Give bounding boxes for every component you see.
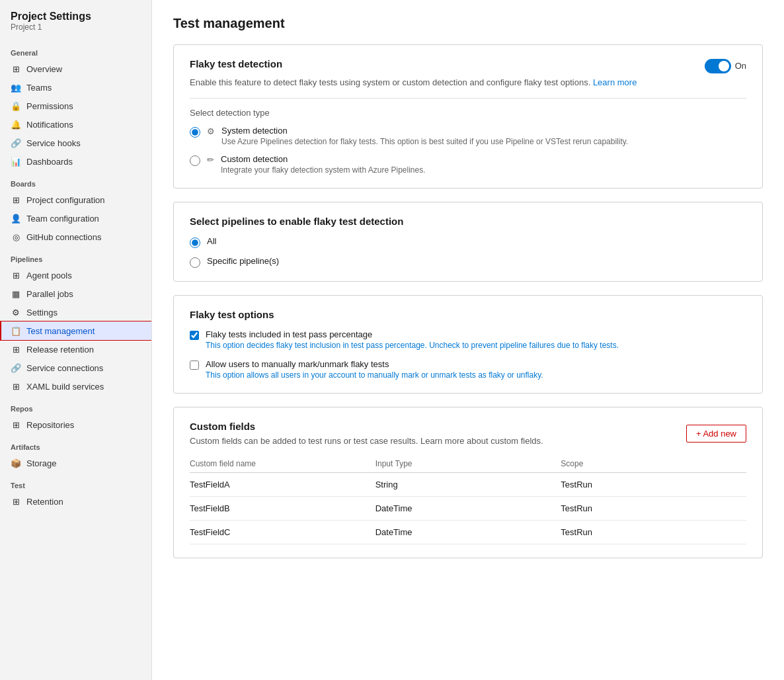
sidebar-item-storage[interactable]: 📦Storage (0, 454, 151, 472)
sidebar-item-release-retention[interactable]: ⊞Release retention (0, 340, 151, 359)
flaky-detection-desc: Enable this feature to detect flaky test… (190, 77, 746, 87)
field-type-0: String (375, 480, 561, 489)
add-new-button[interactable]: + Add new (686, 425, 746, 443)
sidebar-item-service-hooks[interactable]: 🔗Service hooks (0, 134, 151, 152)
sidebar-item-service-connections[interactable]: 🔗Service connections (0, 359, 151, 377)
custom-detection-option: ✏ Custom detection Integrate your flaky … (190, 154, 746, 175)
flaky-pass-pct-label: Flaky tests included in test pass percen… (206, 329, 619, 339)
sidebar-item-agent-pools[interactable]: ⊞Agent pools (0, 266, 151, 284)
field-name-0: TestFieldA (190, 480, 375, 489)
sidebar-item-label: Retention (26, 497, 63, 507)
detection-type-label: Select detection type (190, 108, 746, 118)
sidebar-item-team-configuration[interactable]: 👤Team configuration (0, 209, 151, 228)
sidebar-item-label: Settings (26, 308, 58, 318)
main-content: Test management Flaky test detection On … (152, 0, 784, 680)
github-connections-icon: ◎ (11, 232, 21, 242)
sidebar-item-project-configuration[interactable]: ⊞Project configuration (0, 191, 151, 209)
sidebar-item-test-management[interactable]: 📋Test management (0, 321, 151, 340)
overview-icon: ⊞ (11, 64, 21, 74)
custom-detection-icon: ✏ (207, 155, 214, 165)
all-pipelines-option: All (190, 236, 746, 248)
sidebar-item-settings[interactable]: ⚙Settings (0, 303, 151, 321)
system-detection-option: ⚙ System detection Use Azure Pipelines d… (190, 126, 746, 146)
sidebar-section-test: Test (0, 472, 151, 492)
dashboards-icon: 📊 (11, 156, 21, 167)
system-detection-icon: ⚙ (207, 126, 215, 136)
custom-fields-table: Custom field name Input Type Scope TestF… (190, 455, 746, 544)
custom-detection-label: Custom detection (221, 154, 426, 164)
sidebar-item-xaml-build-services[interactable]: ⊞XAML build services (0, 377, 151, 396)
sidebar-item-dashboards[interactable]: 📊Dashboards (0, 152, 151, 171)
field-scope-2: TestRun (561, 527, 746, 537)
custom-detection-radio[interactable] (190, 155, 200, 166)
table-row: TestFieldB DateTime TestRun (190, 497, 746, 521)
sidebar-item-label: XAML build services (26, 382, 104, 392)
sidebar-item-teams[interactable]: 👥Teams (0, 78, 151, 97)
sidebar-item-label: Permissions (26, 101, 73, 111)
sidebar-item-label: GitHub connections (26, 232, 101, 242)
flaky-detection-title: Flaky test detection (190, 58, 282, 69)
storage-icon: 📦 (11, 458, 21, 468)
sidebar-item-github-connections[interactable]: ◎GitHub connections (0, 228, 151, 246)
sidebar-item-label: Repositories (26, 420, 74, 430)
flaky-options-group: Flaky tests included in test pass percen… (190, 329, 746, 380)
parallel-jobs-icon: ▦ (11, 288, 21, 299)
flaky-pass-pct-checkbox[interactable] (190, 331, 199, 340)
sidebar-item-overview[interactable]: ⊞Overview (0, 60, 151, 78)
flaky-options-title: Flaky test options (190, 309, 746, 320)
manual-mark-label: Allow users to manually mark/unmark flak… (206, 359, 543, 369)
system-detection-desc: Use Azure Pipelines detection for flaky … (221, 137, 628, 146)
col-header-name: Custom field name (190, 459, 375, 468)
custom-fields-desc: Custom fields can be added to test runs … (190, 436, 543, 446)
sidebar-item-label: Dashboards (26, 157, 73, 167)
table-rows-container: TestFieldA String TestRun TestFieldB Dat… (190, 473, 746, 544)
sidebar-item-label: Team configuration (26, 214, 99, 224)
specific-pipelines-label: Specific pipeline(s) (207, 256, 279, 266)
notifications-icon: 🔔 (11, 119, 21, 130)
table-header-row: Custom field name Input Type Scope (190, 455, 746, 473)
sidebar-item-retention[interactable]: ⊞Retention (0, 492, 151, 511)
sidebar-section-boards: Boards (0, 171, 151, 191)
all-pipelines-label: All (207, 236, 216, 246)
sidebar-item-notifications[interactable]: 🔔Notifications (0, 115, 151, 134)
teams-icon: 👥 (11, 82, 21, 93)
custom-fields-card: Custom fields Custom fields can be added… (173, 407, 763, 558)
sidebar-item-label: Agent pools (26, 271, 72, 280)
team-configuration-icon: 👤 (11, 213, 21, 224)
field-scope-1: TestRun (561, 503, 746, 513)
field-type-1: DateTime (375, 503, 561, 513)
sidebar-section-general: General (0, 40, 151, 60)
sidebar-item-label: Parallel jobs (26, 289, 73, 299)
custom-fields-header: Custom fields Custom fields can be added… (190, 421, 746, 446)
retention-icon: ⊞ (11, 496, 21, 507)
detection-type-group: ⚙ System detection Use Azure Pipelines d… (190, 126, 746, 175)
sidebar-item-label: Service hooks (26, 138, 81, 148)
learn-more-link[interactable]: Learn more (593, 77, 637, 87)
sidebar-item-label: Release retention (26, 345, 94, 355)
specific-pipelines-radio[interactable] (190, 257, 200, 268)
sidebar-project-subtitle: Project 1 (0, 22, 151, 40)
system-detection-label: System detection (221, 126, 628, 136)
sidebar-item-parallel-jobs[interactable]: ▦Parallel jobs (0, 284, 151, 303)
xaml-build-services-icon: ⊞ (11, 381, 21, 392)
flaky-detection-card: Flaky test detection On Enable this feat… (173, 44, 763, 189)
service-connections-icon: 🔗 (11, 362, 21, 373)
flaky-pass-pct-option: Flaky tests included in test pass percen… (190, 329, 746, 350)
settings-icon: ⚙ (11, 307, 21, 318)
sidebar-item-label: Overview (26, 64, 62, 74)
agent-pools-icon: ⊞ (11, 270, 21, 280)
col-header-scope: Scope (561, 459, 746, 468)
flaky-detection-toggle[interactable] (705, 59, 731, 73)
sidebar-section-pipelines: Pipelines (0, 246, 151, 266)
field-name-1: TestFieldB (190, 503, 375, 513)
all-pipelines-radio[interactable] (190, 237, 200, 248)
custom-detection-desc: Integrate your flaky detection system wi… (221, 165, 426, 175)
sidebar-item-repositories[interactable]: ⊞Repositories (0, 415, 151, 434)
system-detection-radio[interactable] (190, 127, 200, 138)
flaky-options-card: Flaky test options Flaky tests included … (173, 295, 763, 394)
select-pipelines-title: Select pipelines to enable flaky test de… (190, 216, 746, 227)
sidebar-item-permissions[interactable]: 🔒Permissions (0, 97, 151, 115)
field-type-2: DateTime (375, 527, 561, 537)
manual-mark-checkbox[interactable] (190, 361, 199, 370)
sidebar-section-artifacts: Artifacts (0, 434, 151, 454)
